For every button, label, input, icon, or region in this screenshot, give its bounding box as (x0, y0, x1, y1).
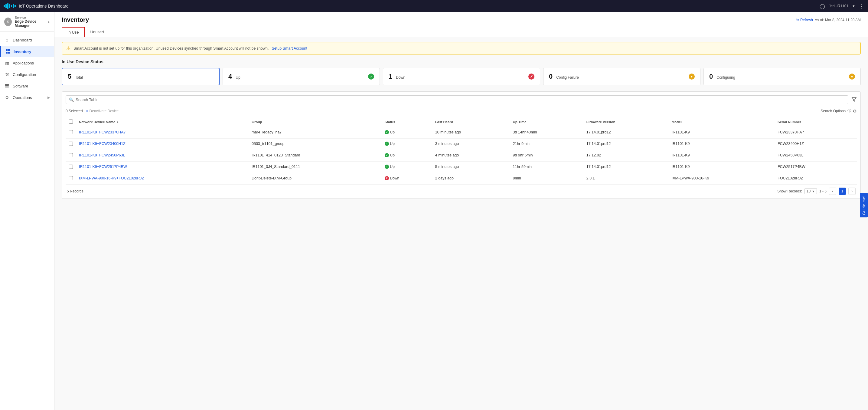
status-text-4: Down (390, 176, 400, 180)
row-checkbox-4[interactable] (69, 176, 73, 180)
page-1-button[interactable]: 1 (839, 187, 846, 195)
next-page-button[interactable]: › (848, 187, 856, 195)
nav-items: ⌂ Dashboard Inventory ▦ Applications ⚒ C… (0, 32, 54, 410)
status-card-cf-left: 0 Config Failure (549, 72, 579, 81)
cisco-logo (4, 3, 16, 9)
sidebar-item-label-software: Software (13, 84, 28, 88)
row-model-0: IR1101-K9 (669, 127, 775, 139)
col-header-last-heard: Last Heard (432, 117, 510, 127)
row-last-heard-0: 10 minutes ago (432, 127, 510, 139)
row-status-2: ✓ Up (382, 150, 432, 162)
table-row: IR1101-K9+FCW2450P63L IR1101_414_0123_St… (66, 150, 857, 162)
row-checkbox-0[interactable] (69, 130, 73, 134)
guide-me-wrapper: Guide me! (860, 193, 868, 217)
selected-count: 0 Selected (66, 109, 83, 113)
status-badge-2: ✓ Up (385, 153, 429, 157)
svg-rect-6 (14, 5, 16, 7)
toolbar-left: 0 Selected ○ Deactivate Device (66, 109, 119, 113)
x-icon: ✗ (530, 75, 533, 79)
settings-icon[interactable]: ⚙ (853, 109, 857, 114)
alert-banner: ⚠ Smart Account is not set up for this o… (62, 42, 861, 55)
sidebar-item-dashboard[interactable]: ⌂ Dashboard (0, 34, 54, 46)
row-checkbox-2[interactable] (69, 153, 73, 157)
sidebar-item-software[interactable]: Software (0, 80, 54, 92)
row-model-4: IXM-LPWA-900-16-K9 (669, 173, 775, 184)
setup-smart-account-link[interactable]: Setup Smart Account (272, 46, 307, 51)
check-badge-icon: ✓ (385, 154, 388, 157)
col-header-status: Status (382, 117, 432, 127)
device-name-link-3[interactable]: IR1101-K9+FCW2517P4BW (79, 165, 127, 169)
row-model-3: IR1101-K9 (669, 162, 775, 173)
row-checkbox-1[interactable] (69, 142, 73, 146)
status-text-2: Up (390, 153, 395, 157)
sidebar-item-label-configuration: Configuration (13, 72, 36, 77)
sidebar-item-configuration[interactable]: ⚒ Configuration (0, 69, 54, 80)
chevron-right-icon: ▸ (48, 20, 50, 24)
device-name-link-4[interactable]: IXM-LPWA-900-16-K9+FOC21028RJ2 (79, 176, 144, 180)
svg-rect-12 (5, 85, 9, 86)
deactivate-button[interactable]: ○ Deactivate Device (86, 109, 119, 113)
table-header: Network Device Name ▲ Group Status Last … (66, 117, 857, 127)
user-icon: ◯ (819, 3, 825, 9)
filter-icon[interactable] (851, 96, 857, 103)
row-up-time-3: 11hr 59min (509, 162, 583, 173)
page-title: Inventory (62, 16, 89, 23)
svg-rect-4 (11, 5, 12, 7)
service-avatar: S (4, 18, 12, 26)
wrench-icon: ⚒ (4, 72, 10, 77)
status-card-down[interactable]: 1 Down ✗ (383, 68, 540, 85)
sidebar-item-inventory[interactable]: Inventory (0, 46, 54, 57)
device-name-link-0[interactable]: IR1101-K9+FCW23370HA7 (79, 130, 126, 134)
chevron-down-icon[interactable]: ▼ (852, 4, 855, 8)
tab-in-use[interactable]: In Use (62, 27, 85, 37)
user-info[interactable]: Jedi-IR1101 (829, 4, 848, 8)
status-text-3: Up (390, 165, 395, 169)
toolbar-row: 0 Selected ○ Deactivate Device Search Op… (66, 107, 857, 115)
sidebar-item-operations[interactable]: ⚙ Operations ▶ (0, 92, 54, 103)
tab-unused[interactable]: Unused (85, 27, 110, 37)
status-card-up[interactable]: 4 Up ✓ (223, 68, 380, 85)
row-status-1: ✓ Up (382, 139, 432, 150)
select-all-checkbox[interactable] (69, 119, 73, 124)
guide-me-button[interactable]: Guide me! (860, 193, 868, 217)
service-header[interactable]: S Service Edge Device Manager ▸ (0, 12, 54, 32)
svg-rect-1 (5, 4, 7, 8)
prev-page-button[interactable]: ‹ (829, 187, 836, 195)
check-icon: ✓ (370, 75, 373, 79)
status-cf-number: 0 (549, 72, 553, 81)
row-status-4: ✗ Down (382, 173, 432, 184)
status-card-config-failure[interactable]: 0 Config Failure ● (543, 68, 701, 85)
deactivate-label: Deactivate Device (90, 109, 119, 113)
row-model-1: IR1101-K9 (669, 139, 775, 150)
row-last-heard-2: 4 minutes ago (432, 150, 510, 162)
status-card-total[interactable]: 5 Total (62, 68, 220, 85)
row-checkbox-3[interactable] (69, 165, 73, 169)
refresh-button[interactable]: ↻ Refresh (796, 18, 813, 22)
col-header-name: Network Device Name ▲ (76, 117, 249, 127)
refresh-icon: ↻ (796, 18, 799, 22)
search-input[interactable] (75, 97, 845, 102)
col-header-model: Model (669, 117, 775, 127)
app-title: IoT Operations Dashboard (19, 4, 69, 8)
search-options-label: Search Options (820, 109, 846, 113)
svg-rect-5 (13, 4, 14, 8)
content-area: ⚠ Smart Account is not set up for this o… (55, 37, 868, 204)
device-name-link-1[interactable]: IR1101-K9+FCW23400H1Z (79, 142, 125, 146)
row-last-heard-4: 2 days ago (432, 173, 510, 184)
top-nav: IoT Operations Dashboard ◯ Jedi-IR1101 ▼… (0, 0, 868, 12)
pagination-right: Show Records: 10 ▼ 1 - 5 ‹ 1 › (777, 187, 856, 195)
status-conf-number: 0 (709, 72, 713, 81)
grid-icon[interactable]: ⋮ (859, 3, 864, 9)
show-records-select[interactable]: 10 ▼ (805, 188, 817, 194)
search-input-wrap[interactable]: 🔍 (66, 95, 848, 104)
col-header-firmware: Firmware Version (583, 117, 669, 127)
sidebar-item-label-applications: Applications (13, 61, 34, 65)
chevron-right-operations-icon: ▶ (48, 96, 50, 99)
col-sort-name[interactable]: Network Device Name ▲ (79, 120, 246, 124)
sidebar-item-applications[interactable]: ▦ Applications (0, 57, 54, 69)
status-card-configuring[interactable]: 0 Configuring ● (704, 68, 861, 85)
search-icon: 🔍 (69, 97, 74, 102)
row-last-heard-1: 3 minutes ago (432, 139, 510, 150)
device-name-link-2[interactable]: IR1101-K9+FCW2450P63L (79, 153, 125, 157)
show-records-label: Show Records: (777, 189, 802, 193)
